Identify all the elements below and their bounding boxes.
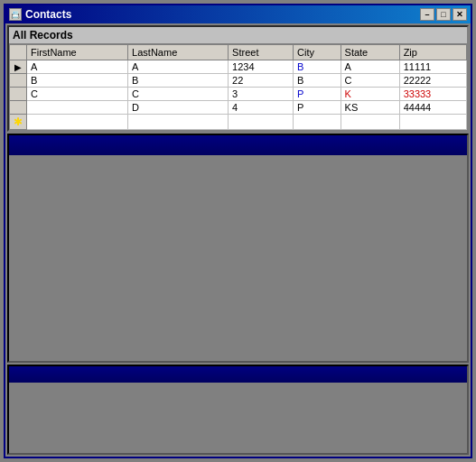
table-container: FirstName LastName Street City State Zip… (9, 44, 467, 130)
table-row[interactable]: CC3PK33333 (10, 88, 467, 101)
col-state[interactable]: State (341, 45, 399, 60)
table-cell-city[interactable]: B (294, 60, 341, 74)
table-cell-street[interactable]: 3 (229, 88, 294, 101)
middle-panel (7, 134, 469, 363)
table-cell-zip[interactable]: 44444 (399, 101, 466, 115)
new-row-cell[interactable] (27, 115, 128, 130)
bottom-body (9, 383, 467, 453)
new-row-cell[interactable] (294, 115, 341, 130)
title-bar: 📇 Contacts – □ ✕ (5, 5, 471, 23)
new-row-cell[interactable] (341, 115, 399, 130)
window-icon: 📇 (9, 8, 22, 21)
table-cell-firstName[interactable]: B (27, 74, 128, 88)
table-cell-lastName[interactable]: B (128, 74, 229, 88)
row-selector (10, 88, 27, 101)
table-cell-state[interactable]: C (341, 74, 399, 88)
table-cell-city[interactable]: B (294, 74, 341, 88)
table-cell-zip[interactable]: 33333 (399, 88, 466, 101)
table-cell-firstName[interactable]: C (27, 88, 128, 101)
row-selector (10, 101, 27, 115)
table-cell-lastName[interactable]: A (128, 60, 229, 74)
selector-col-header (10, 45, 27, 60)
new-row-marker: ✱ (10, 115, 27, 130)
bottom-header (9, 366, 467, 383)
col-street[interactable]: Street (229, 45, 294, 60)
table-cell-firstName[interactable] (27, 101, 128, 115)
main-window: 📇 Contacts – □ ✕ All Records FirstName L… (4, 4, 472, 458)
table-row[interactable]: ▶AA1234BA11111 (10, 60, 467, 74)
close-button[interactable]: ✕ (453, 8, 467, 21)
table-row[interactable]: D4PKS44444 (10, 101, 467, 115)
table-cell-state[interactable]: K (341, 88, 399, 101)
new-row-cell[interactable] (128, 115, 229, 130)
table-cell-lastName[interactable]: D (128, 101, 229, 115)
table-cell-zip[interactable]: 22222 (399, 74, 466, 88)
table-cell-street[interactable]: 1234 (229, 60, 294, 74)
table-cell-firstName[interactable]: A (27, 60, 128, 74)
row-selector (10, 74, 27, 88)
middle-header (9, 135, 467, 155)
new-row-cell[interactable] (399, 115, 466, 130)
col-firstname[interactable]: FirstName (27, 45, 128, 60)
contacts-table: FirstName LastName Street City State Zip… (9, 44, 467, 130)
window-content: All Records FirstName LastName Street Ci… (5, 23, 471, 457)
section-label: All Records (9, 27, 467, 44)
col-zip[interactable]: Zip (399, 45, 466, 60)
col-city[interactable]: City (294, 45, 341, 60)
table-cell-lastName[interactable]: C (128, 88, 229, 101)
bottom-panel (7, 365, 469, 455)
top-panel: All Records FirstName LastName Street Ci… (7, 25, 469, 132)
table-cell-zip[interactable]: 11111 (399, 60, 466, 74)
table-cell-state[interactable]: A (341, 60, 399, 74)
minimize-button[interactable]: – (420, 8, 434, 21)
table-row[interactable]: BB22BC22222 (10, 74, 467, 88)
table-cell-city[interactable]: P (294, 101, 341, 115)
table-cell-street[interactable]: 22 (229, 74, 294, 88)
col-lastname[interactable]: LastName (128, 45, 229, 60)
table-cell-street[interactable]: 4 (229, 101, 294, 115)
new-row[interactable]: ✱ (10, 115, 467, 130)
new-row-cell[interactable] (229, 115, 294, 130)
table-cell-city[interactable]: P (294, 88, 341, 101)
table-header-row: FirstName LastName Street City State Zip (10, 45, 467, 60)
middle-body (9, 155, 467, 361)
row-selector: ▶ (10, 60, 27, 74)
title-controls[interactable]: – □ ✕ (420, 8, 467, 21)
title-bar-left: 📇 Contacts (9, 8, 71, 21)
table-cell-state[interactable]: KS (341, 101, 399, 115)
maximize-button[interactable]: □ (436, 8, 451, 21)
window-title: Contacts (25, 8, 71, 21)
